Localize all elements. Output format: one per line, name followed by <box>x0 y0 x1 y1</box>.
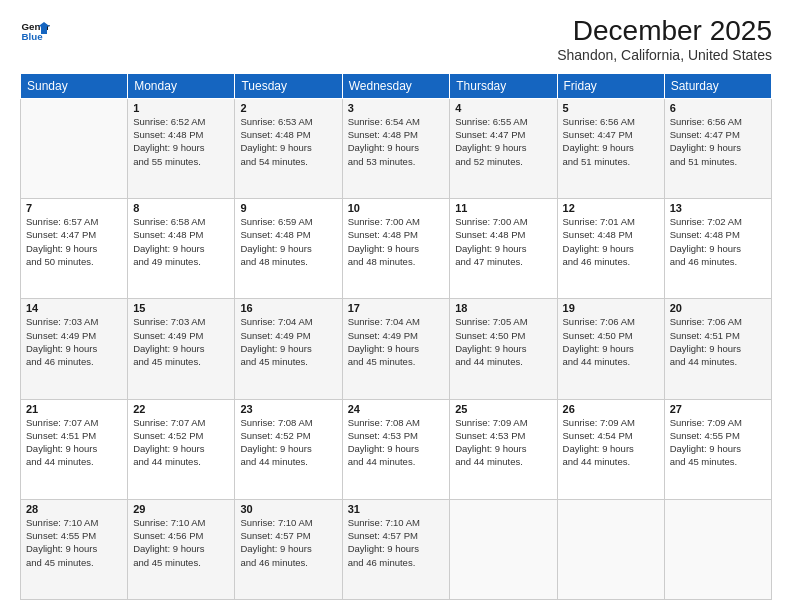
subtitle: Shandon, California, United States <box>557 47 772 63</box>
day-detail: Sunrise: 6:58 AMSunset: 4:48 PMDaylight:… <box>133 215 229 268</box>
day-detail: Sunrise: 7:05 AMSunset: 4:50 PMDaylight:… <box>455 315 551 368</box>
day-number: 4 <box>455 102 551 114</box>
header-tuesday: Tuesday <box>235 73 342 98</box>
table-row: 31Sunrise: 7:10 AMSunset: 4:57 PMDayligh… <box>342 499 450 599</box>
day-number: 30 <box>240 503 336 515</box>
day-detail: Sunrise: 7:06 AMSunset: 4:51 PMDaylight:… <box>670 315 766 368</box>
calendar-week-row: 21Sunrise: 7:07 AMSunset: 4:51 PMDayligh… <box>21 399 772 499</box>
table-row: 25Sunrise: 7:09 AMSunset: 4:53 PMDayligh… <box>450 399 557 499</box>
table-row: 3Sunrise: 6:54 AMSunset: 4:48 PMDaylight… <box>342 98 450 198</box>
day-number: 14 <box>26 302 122 314</box>
table-row <box>557 499 664 599</box>
table-row: 16Sunrise: 7:04 AMSunset: 4:49 PMDayligh… <box>235 299 342 399</box>
table-row <box>21 98 128 198</box>
table-row: 19Sunrise: 7:06 AMSunset: 4:50 PMDayligh… <box>557 299 664 399</box>
day-detail: Sunrise: 7:00 AMSunset: 4:48 PMDaylight:… <box>455 215 551 268</box>
day-detail: Sunrise: 7:10 AMSunset: 4:56 PMDaylight:… <box>133 516 229 569</box>
table-row: 27Sunrise: 7:09 AMSunset: 4:55 PMDayligh… <box>664 399 771 499</box>
day-detail: Sunrise: 7:06 AMSunset: 4:50 PMDaylight:… <box>563 315 659 368</box>
day-number: 2 <box>240 102 336 114</box>
day-number: 3 <box>348 102 445 114</box>
table-row: 26Sunrise: 7:09 AMSunset: 4:54 PMDayligh… <box>557 399 664 499</box>
day-detail: Sunrise: 7:10 AMSunset: 4:57 PMDaylight:… <box>348 516 445 569</box>
header-thursday: Thursday <box>450 73 557 98</box>
day-number: 1 <box>133 102 229 114</box>
table-row: 29Sunrise: 7:10 AMSunset: 4:56 PMDayligh… <box>128 499 235 599</box>
day-number: 17 <box>348 302 445 314</box>
logo: General Blue <box>20 16 50 46</box>
calendar-week-row: 14Sunrise: 7:03 AMSunset: 4:49 PMDayligh… <box>21 299 772 399</box>
header: General Blue December 2025 Shandon, Cali… <box>20 16 772 63</box>
table-row: 11Sunrise: 7:00 AMSunset: 4:48 PMDayligh… <box>450 199 557 299</box>
day-number: 15 <box>133 302 229 314</box>
header-friday: Friday <box>557 73 664 98</box>
header-saturday: Saturday <box>664 73 771 98</box>
table-row: 13Sunrise: 7:02 AMSunset: 4:48 PMDayligh… <box>664 199 771 299</box>
svg-text:Blue: Blue <box>22 31 44 42</box>
day-detail: Sunrise: 7:03 AMSunset: 4:49 PMDaylight:… <box>26 315 122 368</box>
day-detail: Sunrise: 7:03 AMSunset: 4:49 PMDaylight:… <box>133 315 229 368</box>
table-row: 8Sunrise: 6:58 AMSunset: 4:48 PMDaylight… <box>128 199 235 299</box>
day-number: 13 <box>670 202 766 214</box>
calendar-table: Sunday Monday Tuesday Wednesday Thursday… <box>20 73 772 600</box>
day-number: 5 <box>563 102 659 114</box>
table-row: 15Sunrise: 7:03 AMSunset: 4:49 PMDayligh… <box>128 299 235 399</box>
table-row: 22Sunrise: 7:07 AMSunset: 4:52 PMDayligh… <box>128 399 235 499</box>
table-row: 23Sunrise: 7:08 AMSunset: 4:52 PMDayligh… <box>235 399 342 499</box>
day-number: 12 <box>563 202 659 214</box>
header-monday: Monday <box>128 73 235 98</box>
day-number: 23 <box>240 403 336 415</box>
day-detail: Sunrise: 6:53 AMSunset: 4:48 PMDaylight:… <box>240 115 336 168</box>
calendar-week-row: 1Sunrise: 6:52 AMSunset: 4:48 PMDaylight… <box>21 98 772 198</box>
table-row: 1Sunrise: 6:52 AMSunset: 4:48 PMDaylight… <box>128 98 235 198</box>
main-title: December 2025 <box>557 16 772 47</box>
day-number: 7 <box>26 202 122 214</box>
day-number: 16 <box>240 302 336 314</box>
table-row: 2Sunrise: 6:53 AMSunset: 4:48 PMDaylight… <box>235 98 342 198</box>
day-detail: Sunrise: 7:01 AMSunset: 4:48 PMDaylight:… <box>563 215 659 268</box>
day-number: 9 <box>240 202 336 214</box>
day-detail: Sunrise: 7:08 AMSunset: 4:52 PMDaylight:… <box>240 416 336 469</box>
logo-icon: General Blue <box>20 16 50 46</box>
day-detail: Sunrise: 7:09 AMSunset: 4:54 PMDaylight:… <box>563 416 659 469</box>
day-detail: Sunrise: 6:55 AMSunset: 4:47 PMDaylight:… <box>455 115 551 168</box>
day-number: 19 <box>563 302 659 314</box>
day-detail: Sunrise: 7:04 AMSunset: 4:49 PMDaylight:… <box>240 315 336 368</box>
day-detail: Sunrise: 6:52 AMSunset: 4:48 PMDaylight:… <box>133 115 229 168</box>
day-detail: Sunrise: 7:09 AMSunset: 4:55 PMDaylight:… <box>670 416 766 469</box>
title-block: December 2025 Shandon, California, Unite… <box>557 16 772 63</box>
table-row: 21Sunrise: 7:07 AMSunset: 4:51 PMDayligh… <box>21 399 128 499</box>
table-row: 24Sunrise: 7:08 AMSunset: 4:53 PMDayligh… <box>342 399 450 499</box>
day-number: 8 <box>133 202 229 214</box>
day-number: 31 <box>348 503 445 515</box>
day-number: 18 <box>455 302 551 314</box>
table-row <box>450 499 557 599</box>
table-row: 12Sunrise: 7:01 AMSunset: 4:48 PMDayligh… <box>557 199 664 299</box>
day-number: 6 <box>670 102 766 114</box>
day-number: 26 <box>563 403 659 415</box>
day-number: 10 <box>348 202 445 214</box>
day-number: 22 <box>133 403 229 415</box>
day-detail: Sunrise: 6:57 AMSunset: 4:47 PMDaylight:… <box>26 215 122 268</box>
table-row: 9Sunrise: 6:59 AMSunset: 4:48 PMDaylight… <box>235 199 342 299</box>
calendar-week-row: 7Sunrise: 6:57 AMSunset: 4:47 PMDaylight… <box>21 199 772 299</box>
table-row: 5Sunrise: 6:56 AMSunset: 4:47 PMDaylight… <box>557 98 664 198</box>
table-row: 28Sunrise: 7:10 AMSunset: 4:55 PMDayligh… <box>21 499 128 599</box>
table-row: 17Sunrise: 7:04 AMSunset: 4:49 PMDayligh… <box>342 299 450 399</box>
day-number: 27 <box>670 403 766 415</box>
table-row: 20Sunrise: 7:06 AMSunset: 4:51 PMDayligh… <box>664 299 771 399</box>
page: General Blue December 2025 Shandon, Cali… <box>0 0 792 612</box>
table-row: 4Sunrise: 6:55 AMSunset: 4:47 PMDaylight… <box>450 98 557 198</box>
day-detail: Sunrise: 7:08 AMSunset: 4:53 PMDaylight:… <box>348 416 445 469</box>
header-wednesday: Wednesday <box>342 73 450 98</box>
day-number: 21 <box>26 403 122 415</box>
day-number: 24 <box>348 403 445 415</box>
day-number: 11 <box>455 202 551 214</box>
day-number: 25 <box>455 403 551 415</box>
day-detail: Sunrise: 6:56 AMSunset: 4:47 PMDaylight:… <box>670 115 766 168</box>
calendar-week-row: 28Sunrise: 7:10 AMSunset: 4:55 PMDayligh… <box>21 499 772 599</box>
header-sunday: Sunday <box>21 73 128 98</box>
day-detail: Sunrise: 6:59 AMSunset: 4:48 PMDaylight:… <box>240 215 336 268</box>
day-detail: Sunrise: 6:56 AMSunset: 4:47 PMDaylight:… <box>563 115 659 168</box>
table-row: 6Sunrise: 6:56 AMSunset: 4:47 PMDaylight… <box>664 98 771 198</box>
